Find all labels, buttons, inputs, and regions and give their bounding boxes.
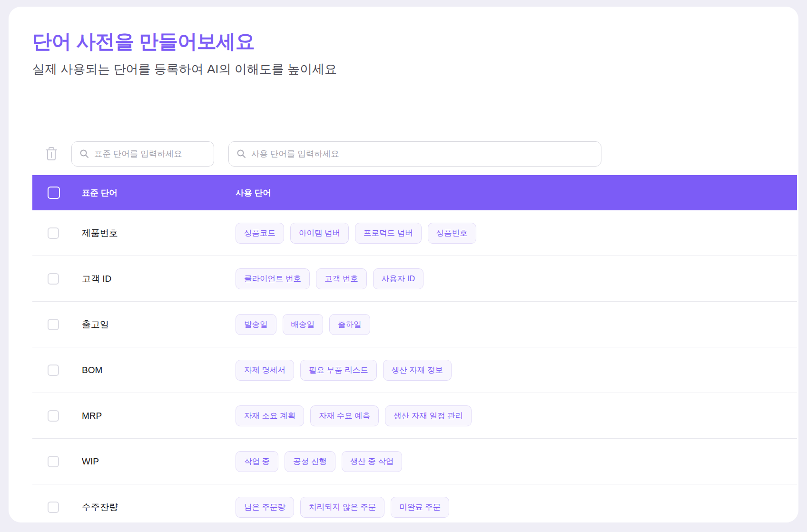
usage-word-chip[interactable]: 자재 소요 계획 bbox=[236, 405, 304, 426]
select-all-checkbox[interactable] bbox=[48, 187, 60, 199]
delete-button[interactable] bbox=[44, 145, 59, 162]
table-row: 제품번호 상품코드아이템 넘버프로덕트 넘버상품번호 bbox=[32, 210, 797, 256]
row-checkbox[interactable] bbox=[48, 227, 59, 239]
table-header-row: 표준 단어 사용 단어 bbox=[32, 175, 797, 210]
toolbar bbox=[44, 141, 601, 167]
usage-word-chip[interactable]: 미완료 주문 bbox=[391, 497, 449, 518]
usage-word-chip[interactable]: 생산 자재 일정 관리 bbox=[385, 405, 472, 426]
usage-word-chip[interactable]: 고객 번호 bbox=[316, 268, 367, 289]
usage-word-chip[interactable]: 배송일 bbox=[283, 314, 324, 335]
page-title: 단어 사전을 만들어보세요 bbox=[32, 29, 255, 55]
usage-word-chip[interactable]: 자재 수요 예측 bbox=[310, 405, 379, 426]
standard-word-label: 고객 ID bbox=[82, 273, 236, 285]
usage-word-chip[interactable]: 공정 진행 bbox=[285, 451, 335, 472]
usage-chips: 남은 주문량처리되지 않은 주문미완료 주문 bbox=[236, 497, 797, 518]
usage-word-chip[interactable]: 처리되지 않은 주문 bbox=[300, 497, 384, 518]
usage-word-search-input[interactable] bbox=[251, 149, 601, 159]
usage-chips: 클라이언트 번호고객 번호사용자 ID bbox=[236, 268, 797, 289]
page-subtitle: 실제 사용되는 단어를 등록하여 AI의 이해도를 높이세요 bbox=[32, 61, 337, 78]
usage-chips: 상품코드아이템 넘버프로덕트 넘버상품번호 bbox=[236, 223, 797, 244]
table-row: BOM 자제 명세서필요 부품 리스트생산 자재 정보 bbox=[32, 347, 797, 393]
usage-word-chip[interactable]: 상품번호 bbox=[428, 223, 476, 244]
usage-word-chip[interactable]: 발송일 bbox=[236, 314, 276, 335]
row-checkbox[interactable] bbox=[48, 410, 59, 422]
table-row: 수주잔량 남은 주문량처리되지 않은 주문미완료 주문 bbox=[32, 484, 797, 522]
dictionary-table: 표준 단어 사용 단어 제품번호 상품코드아이템 넘버프로덕트 넘버상품번호 고… bbox=[32, 175, 797, 522]
standard-word-column-header: 표준 단어 bbox=[82, 187, 236, 198]
row-checkbox[interactable] bbox=[48, 456, 59, 467]
usage-word-chip[interactable]: 클라이언트 번호 bbox=[236, 268, 310, 289]
standard-word-search-input[interactable] bbox=[94, 149, 214, 159]
usage-word-chip[interactable]: 자제 명세서 bbox=[236, 360, 294, 381]
usage-chips: 자재 소요 계획자재 수요 예측생산 자재 일정 관리 bbox=[236, 405, 797, 426]
usage-word-chip[interactable]: 상품코드 bbox=[236, 223, 284, 244]
usage-word-column-header: 사용 단어 bbox=[236, 187, 797, 198]
standard-word-label: 수주잔량 bbox=[82, 501, 236, 513]
standard-word-label: 제품번호 bbox=[82, 227, 236, 239]
usage-word-chip[interactable]: 생산 자재 정보 bbox=[383, 360, 452, 381]
usage-word-chip[interactable]: 작업 중 bbox=[236, 451, 278, 472]
usage-word-chip[interactable]: 아이템 넘버 bbox=[290, 223, 349, 244]
usage-chips: 자제 명세서필요 부품 리스트생산 자재 정보 bbox=[236, 360, 797, 381]
table-row: WIP 작업 중공정 진행생산 중 작업 bbox=[32, 439, 797, 484]
trash-icon bbox=[45, 147, 58, 161]
usage-word-chip[interactable]: 출하일 bbox=[329, 314, 370, 335]
row-checkbox[interactable] bbox=[48, 502, 59, 513]
table-row: 고객 ID 클라이언트 번호고객 번호사용자 ID bbox=[32, 256, 797, 302]
standard-word-label: WIP bbox=[82, 456, 236, 467]
standard-word-label: BOM bbox=[82, 365, 236, 375]
table-row: 출고일 발송일배송일출하일 bbox=[32, 302, 797, 347]
row-checkbox[interactable] bbox=[48, 365, 59, 376]
search-icon bbox=[236, 149, 246, 158]
usage-word-chip[interactable]: 사용자 ID bbox=[373, 268, 424, 289]
row-checkbox[interactable] bbox=[48, 319, 59, 330]
standard-word-search bbox=[71, 141, 214, 167]
row-checkbox[interactable] bbox=[48, 273, 59, 285]
dictionary-card: 단어 사전을 만들어보세요 실제 사용되는 단어를 등록하여 AI의 이해도를 … bbox=[9, 7, 798, 522]
standard-word-label: MRP bbox=[82, 411, 236, 421]
usage-chips: 발송일배송일출하일 bbox=[236, 314, 797, 335]
standard-word-label: 출고일 bbox=[82, 318, 236, 331]
search-icon bbox=[79, 149, 89, 158]
usage-word-search bbox=[228, 141, 601, 167]
usage-chips: 작업 중공정 진행생산 중 작업 bbox=[236, 451, 797, 472]
table-row: MRP 자재 소요 계획자재 수요 예측생산 자재 일정 관리 bbox=[32, 393, 797, 439]
usage-word-chip[interactable]: 남은 주문량 bbox=[236, 497, 294, 518]
table-body: 제품번호 상품코드아이템 넘버프로덕트 넘버상품번호 고객 ID 클라이언트 번… bbox=[32, 210, 797, 522]
usage-word-chip[interactable]: 필요 부품 리스트 bbox=[300, 360, 377, 381]
usage-word-chip[interactable]: 프로덕트 넘버 bbox=[355, 223, 422, 244]
usage-word-chip[interactable]: 생산 중 작업 bbox=[342, 451, 403, 472]
